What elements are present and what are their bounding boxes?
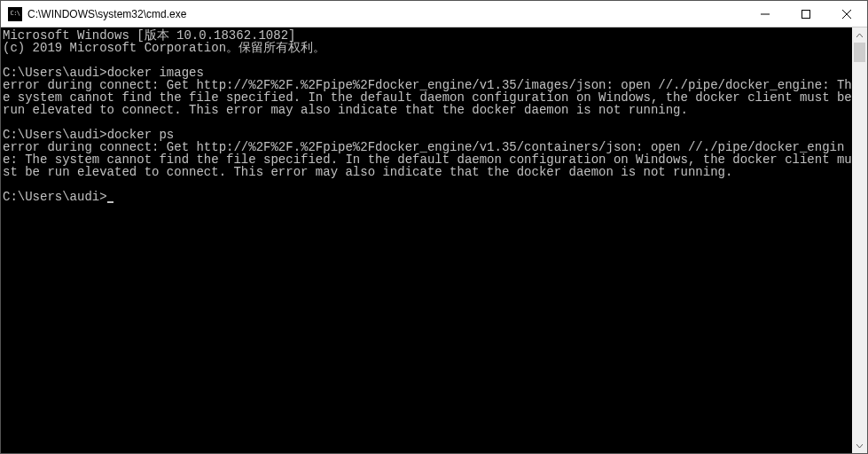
maximize-button[interactable] xyxy=(786,1,826,27)
console-output[interactable]: Microsoft Windows [版本 10.0.18362.1082] (… xyxy=(1,27,852,453)
window-controls xyxy=(745,1,867,27)
scrollbar-thumb[interactable] xyxy=(854,43,865,62)
output-text: error during connect: Get http://%2F%2F.… xyxy=(3,78,852,117)
scroll-up-button[interactable] xyxy=(852,27,867,43)
svg-rect-1 xyxy=(802,10,810,18)
console-area: Microsoft Windows [版本 10.0.18362.1082] (… xyxy=(1,27,867,453)
scroll-down-button[interactable] xyxy=(852,438,867,453)
minimize-icon xyxy=(761,10,770,19)
banner-line: (c) 2019 Microsoft Corporation。保留所有权利。 xyxy=(3,41,325,55)
close-icon xyxy=(842,10,851,19)
close-button[interactable] xyxy=(826,1,867,27)
output-text: error during connect: Get http://%2F%2F.… xyxy=(3,140,852,179)
cmd-icon: C:\ xyxy=(8,7,22,21)
maximize-icon xyxy=(802,10,810,19)
chevron-down-icon xyxy=(856,444,863,448)
minimize-button[interactable] xyxy=(745,1,786,27)
prompt: C:\Users\audi> xyxy=(3,190,107,204)
chevron-up-icon xyxy=(856,34,863,37)
window-title: C:\WINDOWS\system32\cmd.exe xyxy=(27,1,745,27)
vertical-scrollbar[interactable] xyxy=(852,27,867,453)
window-titlebar: C:\ C:\WINDOWS\system32\cmd.exe xyxy=(1,1,867,27)
scrollbar-track[interactable] xyxy=(852,43,867,438)
cursor xyxy=(107,201,113,203)
